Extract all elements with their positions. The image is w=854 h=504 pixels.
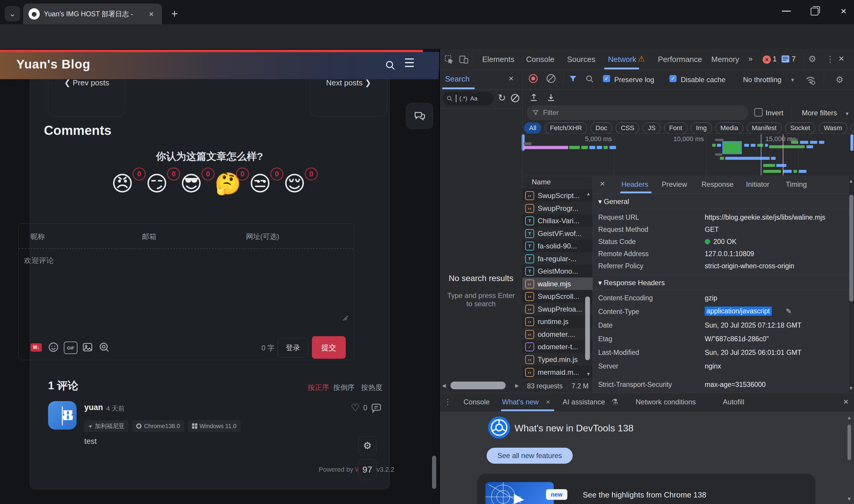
submit-button[interactable]: 提交 [312, 336, 346, 359]
chip-media[interactable]: Media [715, 123, 743, 134]
chip-fetchxhr[interactable]: Fetch/XHR [545, 123, 587, 134]
browser-tab[interactable]: ☻ Yuan's IMG HOST 部署日志 - × [23, 3, 162, 24]
export-har-icon[interactable] [546, 92, 556, 103]
see-all-features-button[interactable]: See all new features [487, 448, 573, 464]
network-settings-icon[interactable]: ⚙ [836, 74, 843, 85]
record-network-icon[interactable] [529, 74, 538, 83]
drawer-tab-close-icon[interactable]: × [546, 398, 550, 406]
chip-socket[interactable]: Socket [785, 123, 815, 134]
hscroll-left-icon[interactable]: ◀ [442, 383, 446, 389]
search-panel-close-icon[interactable]: × [509, 74, 513, 83]
request-row[interactable]: fa-solid-90... [522, 239, 593, 252]
sort-desc-link[interactable]: 按倒序 [333, 383, 354, 392]
page-counter-button[interactable]: 97 [358, 459, 377, 480]
chip-other[interactable]: Other [851, 123, 854, 134]
reaction-emoji[interactable]: 😠 [111, 173, 134, 194]
drawer-tab-console[interactable]: Console [464, 398, 490, 406]
avatar[interactable]: B B [48, 401, 76, 430]
drawer-close-icon[interactable]: × [843, 397, 849, 407]
clear-network-icon[interactable] [546, 74, 556, 83]
search-clear-icon[interactable] [511, 94, 519, 102]
headers-scrollbar-thumb[interactable] [849, 195, 853, 302]
nickname-field[interactable]: 昵称 [31, 232, 45, 241]
inspect-element-icon[interactable] [445, 55, 454, 64]
request-row[interactable]: GeistMono... [522, 265, 593, 277]
drawer-tab-whats-new[interactable]: What's new [502, 398, 539, 406]
reaction-emoji[interactable]: 😌 [283, 173, 306, 194]
tab-initiator[interactable]: Initiator [746, 180, 769, 188]
content-type-value-selected[interactable]: application/javascript [705, 307, 772, 316]
tab-close-icon[interactable]: × [146, 9, 157, 20]
blog-menu-icon[interactable]: ☰ [404, 56, 415, 70]
devtools-close-icon[interactable]: × [839, 53, 844, 64]
window-restore-button[interactable] [811, 8, 818, 15]
comment-author[interactable]: yuan [84, 403, 103, 412]
tab-network[interactable]: Network [608, 55, 636, 64]
drawer-scroll-down-icon[interactable]: ▼ [847, 496, 852, 502]
chip-doc[interactable]: Doc [591, 123, 612, 134]
emoji-picker-icon[interactable] [48, 342, 59, 353]
request-row[interactable]: odometer-t... [522, 340, 593, 353]
request-row[interactable]: odometer.... [522, 328, 593, 341]
tab-search-caret-icon[interactable]: ⌄ [5, 6, 20, 21]
wf-selected-request[interactable] [722, 141, 742, 154]
more-tabs-icon[interactable]: » [748, 54, 752, 64]
name-column-header[interactable]: Name [522, 176, 593, 190]
like-icon[interactable]: ♡ [351, 402, 360, 414]
highlight-thumbnail[interactable] [486, 482, 554, 504]
chip-font[interactable]: Font [664, 123, 687, 134]
comments-float-button[interactable] [406, 103, 433, 129]
email-field[interactable]: 邮箱 [142, 232, 156, 241]
edit-header-pencil-icon[interactable]: ✎ [786, 307, 792, 316]
overview-handle-right[interactable] [851, 134, 853, 151]
request-row[interactable]: Typed.min.js [522, 353, 593, 366]
chip-css[interactable]: CSS [616, 123, 639, 134]
response-headers-toggle[interactable]: ▾ Response Headers [598, 279, 665, 287]
blog-search-icon[interactable] [385, 59, 396, 71]
import-har-icon[interactable] [529, 92, 539, 103]
list-scroll-down-icon[interactable]: ▼ [586, 372, 591, 377]
headers-scroll-down-icon[interactable]: ▼ [849, 386, 853, 391]
disable-cache-checkbox[interactable]: ✓ [669, 75, 677, 82]
issues-icon[interactable] [782, 55, 789, 62]
search-network-icon[interactable] [585, 74, 594, 83]
invert-checkbox[interactable] [754, 108, 763, 116]
sort-asc-link[interactable]: 按正序 [308, 383, 329, 392]
hdr-value[interactable]: https://blog.geekie.site/js/libs/waline.… [705, 214, 825, 221]
devtools-menu-icon[interactable]: ⋮ [826, 54, 834, 64]
device-toolbar-icon[interactable] [459, 55, 469, 64]
drawer-tab-autofill[interactable]: Autofill [723, 398, 744, 406]
request-row[interactable]: SwupProgr... [522, 202, 593, 215]
window-close-button[interactable]: × [837, 4, 851, 18]
filter-input[interactable]: Filter [526, 105, 748, 120]
error-badge-icon[interactable]: × [763, 55, 771, 64]
search-input[interactable]: (.*) Aa [443, 92, 494, 105]
reaction-emoji[interactable]: 😎 [180, 173, 203, 194]
search-refresh-icon[interactable]: ↻ [498, 92, 506, 104]
request-row[interactable]: Chillax-Vari... [522, 214, 593, 227]
tab-console[interactable]: Console [526, 55, 554, 64]
list-scroll-up-icon[interactable]: ▲ [586, 191, 591, 197]
settings-float-button[interactable]: ⚙ [358, 436, 377, 455]
request-row[interactable]: SwupScript... [522, 189, 593, 202]
request-row[interactable]: fa-regular-... [522, 252, 593, 265]
request-row[interactable]: runtime.js [522, 315, 593, 328]
chip-wasm[interactable]: Wasm [819, 123, 847, 134]
new-tab-button[interactable]: + [168, 7, 181, 20]
markdown-icon[interactable]: M↓ [31, 343, 42, 352]
filter-funnel-icon[interactable] [569, 74, 577, 83]
login-button[interactable]: 登录 [278, 338, 308, 358]
reaction-emoji[interactable]: 😒 [249, 173, 271, 194]
tab-response[interactable]: Response [701, 180, 733, 188]
preview-icon[interactable] [98, 342, 110, 353]
hscroll-right-icon[interactable]: ▶ [515, 383, 519, 389]
case-toggle[interactable]: Aa [470, 95, 477, 102]
sort-hot-link[interactable]: 按热度 [361, 383, 383, 392]
chip-img[interactable]: Img [691, 123, 712, 134]
blog-site-title[interactable]: Yuan's Blog [16, 57, 90, 71]
request-row-selected[interactable]: waline.mjs [522, 277, 593, 290]
drawer-tab-network-conditions[interactable]: Network conditions [635, 398, 696, 406]
tab-elements[interactable]: Elements [482, 55, 514, 64]
close-request-panel-icon[interactable]: × [600, 179, 605, 188]
throttling-select[interactable]: No throttling [743, 76, 781, 84]
